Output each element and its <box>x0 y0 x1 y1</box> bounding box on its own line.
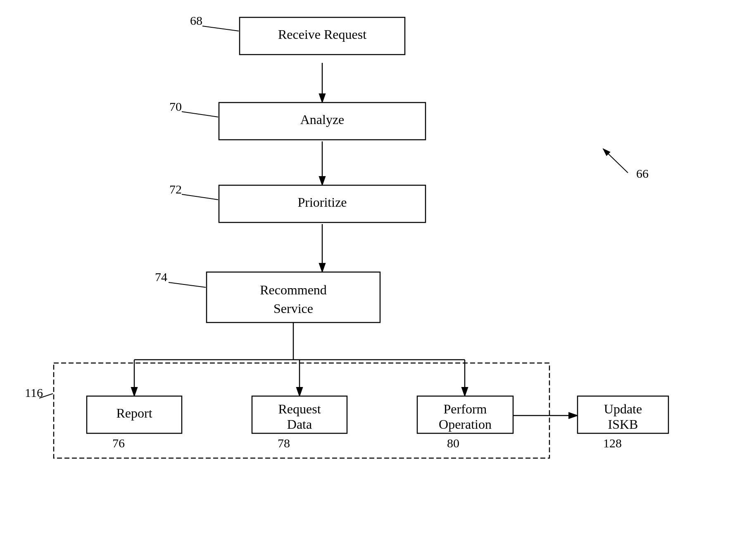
update-iskb-label-1: Update <box>604 401 642 416</box>
report-label: Report <box>116 406 152 420</box>
analyze-label: Analyze <box>300 112 345 127</box>
update-iskb-label-2: ISKB <box>608 417 638 432</box>
ref-68: 68 <box>190 14 202 27</box>
ref-70-line <box>182 112 218 117</box>
ref-66-line <box>603 149 628 173</box>
diagram-container: Receive Request 68 Analyze 70 Prioritize… <box>0 0 756 559</box>
recommend-service-label-1: Recommend <box>260 282 327 297</box>
ref-72-line <box>182 194 218 200</box>
request-data-label-2: Data <box>287 417 312 432</box>
perform-operation-label-1: Perform <box>444 401 487 416</box>
ref-76: 76 <box>112 436 125 450</box>
ref-74: 74 <box>155 270 167 284</box>
ref-66: 66 <box>636 167 649 180</box>
receive-request-label: Receive Request <box>278 27 366 42</box>
request-data-label-1: Request <box>278 401 321 416</box>
ref-72: 72 <box>169 182 182 196</box>
perform-operation-label-2: Operation <box>439 417 492 432</box>
prioritize-label: Prioritize <box>297 195 347 210</box>
ref-74-line <box>169 282 206 287</box>
ref-80: 80 <box>447 436 459 450</box>
ref-116: 116 <box>25 386 43 399</box>
ref-78: 78 <box>278 436 290 450</box>
ref-70: 70 <box>169 100 182 113</box>
ref-128: 128 <box>603 436 622 450</box>
recommend-service-label-2: Service <box>273 301 313 316</box>
ref-68-line <box>202 26 239 31</box>
